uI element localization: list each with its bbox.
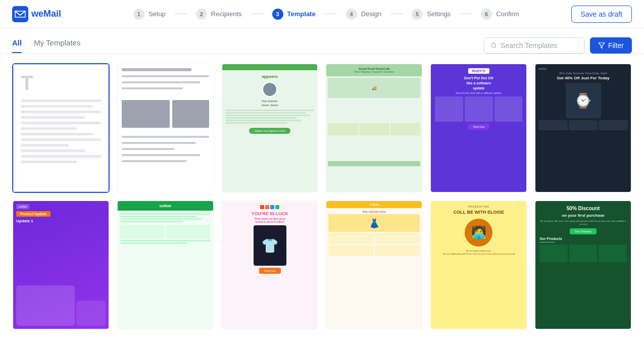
- step-number-5: 5: [412, 9, 423, 20]
- tab-all[interactable]: All: [12, 38, 22, 53]
- logo-text: weMail: [31, 9, 61, 19]
- filter-icon: [598, 42, 605, 49]
- svg-marker-2: [599, 43, 605, 48]
- svg-point-1: [491, 43, 495, 47]
- step-number-6: 6: [481, 9, 492, 20]
- template-card-discount[interactable]: 50% Discounton your first purchase We ar…: [534, 200, 632, 330]
- nav-step-template[interactable]: 3 Template: [263, 9, 325, 20]
- step-label-recipients: Recipients: [211, 10, 242, 18]
- search-box: [484, 37, 585, 54]
- step-divider-5: [460, 14, 472, 14]
- step-label-design: Design: [361, 10, 381, 18]
- nav-steps: 1 Setup 2 Recipients 3 Template 4 Design…: [81, 9, 571, 20]
- logo[interactable]: weMail: [12, 6, 61, 22]
- header: weMail 1 Setup 2 Recipients 3 Template 4…: [0, 0, 644, 28]
- template-grid: T: [0, 54, 644, 339]
- svg-rect-0: [12, 6, 28, 22]
- template-card-wemail-dark[interactable]: weMail 40% Sale Summer Time Deal, Sale! …: [534, 63, 632, 193]
- search-icon: [490, 42, 497, 49]
- logo-icon: [12, 6, 28, 22]
- step-number-4: 4: [346, 9, 357, 20]
- step-label-settings: Settings: [427, 10, 451, 18]
- step-label-template: Template: [287, 10, 316, 18]
- nav-step-setup[interactable]: 1 Setup: [124, 9, 175, 20]
- nav-step-settings[interactable]: 5 Settings: [403, 9, 460, 20]
- tabs-right: Filter: [484, 37, 632, 54]
- step-divider-2: [251, 14, 263, 14]
- template-card-shopping[interactable]: T-Shirt New collection arrive 👗: [325, 200, 423, 330]
- template-card-product-update[interactable]: weMail Product Update Update 1: [12, 200, 110, 330]
- template-card-blank[interactable]: T: [12, 63, 110, 193]
- step-label-setup: Setup: [148, 10, 166, 18]
- filter-button[interactable]: Filter: [590, 37, 632, 54]
- tabs-row: All My Templates Filter: [0, 28, 644, 54]
- save-as-draft-button[interactable]: Save as draft: [571, 6, 632, 23]
- template-card-collab[interactable]: Presenting COLL BE WITH ELOISE 🧑‍💻 We ar…: [430, 200, 527, 330]
- step-divider-1: [175, 14, 187, 14]
- template-card-rudys[interactable]: RUDY'S Don't Put this Offlike a software…: [430, 63, 527, 193]
- step-number-1: 1: [133, 9, 144, 20]
- template-card-wemail-green[interactable]: weMail: [117, 200, 214, 330]
- filter-label: Filter: [608, 41, 624, 50]
- tabs-left: All My Templates: [12, 38, 80, 53]
- template-card-dark[interactable]: [117, 63, 214, 193]
- step-divider-4: [390, 14, 403, 14]
- step-number-3: 3: [272, 9, 283, 20]
- nav-step-confirm[interactable]: 6 Confirm: [472, 9, 528, 20]
- nav-step-recipients[interactable]: 2 Recipients: [187, 9, 251, 20]
- nav-step-design[interactable]: 4 Design: [337, 9, 390, 20]
- step-divider-3: [325, 14, 337, 14]
- search-input[interactable]: [501, 41, 578, 50]
- step-label-confirm: Confirm: [496, 10, 519, 18]
- blank-template-t: T: [21, 72, 101, 94]
- step-number-2: 2: [196, 9, 207, 20]
- template-card-appsero[interactable]: appsero Hey [name],Jason Jones Update Yo…: [221, 63, 319, 193]
- template-card-grocery[interactable]: Good Food Good Life Free Shipping | Supp…: [325, 63, 423, 193]
- template-card-pink[interactable]: YOU'RE IN LUCK That sold-out item yourlo…: [221, 200, 319, 330]
- tab-my-templates[interactable]: My Templates: [34, 38, 80, 53]
